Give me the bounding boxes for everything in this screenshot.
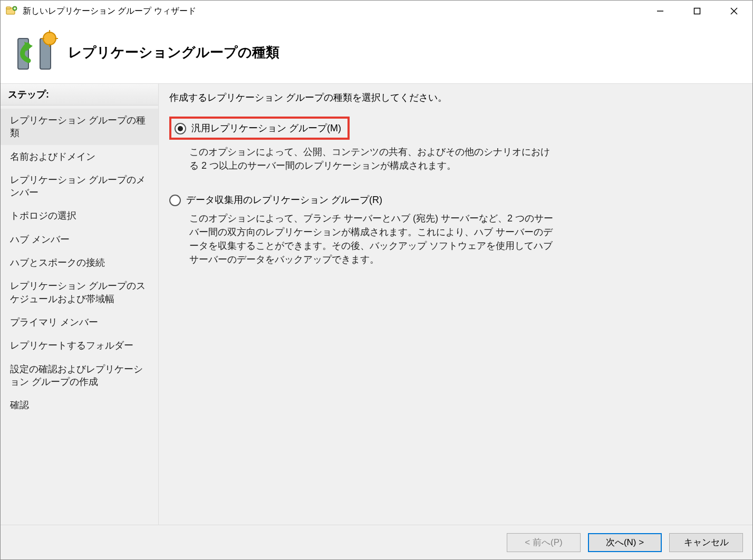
radio-indicator-0[interactable]	[175, 123, 186, 134]
sidebar-step-1[interactable]: 名前およびドメイン	[1, 145, 158, 168]
replication-icon	[10, 27, 60, 78]
sidebar-step-6[interactable]: レプリケーション グループのスケジュールおよび帯域幅	[1, 274, 158, 311]
footer: < 前へ(P) 次へ(N) > キャンセル	[1, 525, 752, 559]
sidebar-step-3[interactable]: トポロジの選択	[1, 204, 158, 227]
svg-rect-4	[694, 8, 700, 14]
sidebar-step-10[interactable]: 確認	[1, 393, 158, 417]
next-button[interactable]: 次へ(N) >	[588, 533, 662, 552]
sidebar-step-5[interactable]: ハブとスポークの接続	[1, 251, 158, 274]
sidebar-step-4[interactable]: ハブ メンバー	[1, 228, 158, 251]
radio-option-1: データ収集用のレプリケーション グループ(R)このオプションによって、ブランチ …	[169, 194, 742, 266]
sidebar: ステップ: レプリケーション グループの種類名前およびドメインレプリケーション …	[1, 84, 159, 525]
cancel-button[interactable]: キャンセル	[669, 533, 743, 552]
radio-highlight-box: 汎用レプリケーション グループ(M)	[169, 117, 350, 140]
radio-row-0[interactable]: 汎用レプリケーション グループ(M)	[169, 117, 742, 140]
window-title: 新しいレプリケーション グループ ウィザード	[23, 6, 642, 17]
radio-row-1[interactable]: データ収集用のレプリケーション グループ(R)	[169, 194, 742, 206]
content-area: 作成するレプリケーション グループの種類を選択してください。 汎用レプリケーショ…	[159, 84, 752, 525]
window-controls	[642, 1, 752, 22]
sidebar-step-0[interactable]: レプリケーション グループの種類	[1, 109, 158, 145]
sidebar-step-7[interactable]: プライマリ メンバー	[1, 311, 158, 334]
close-button[interactable]	[716, 1, 752, 22]
instruction-text: 作成するレプリケーション グループの種類を選択してください。	[169, 91, 742, 104]
page-title: レプリケーショングループの種類	[68, 43, 279, 62]
wizard-window: 新しいレプリケーション グループ ウィザード	[0, 0, 753, 560]
header: レプリケーショングループの種類	[1, 22, 752, 84]
svg-rect-1	[6, 7, 11, 9]
sidebar-step-2[interactable]: レプリケーション グループのメンバー	[1, 168, 158, 205]
radio-label-1: データ収集用のレプリケーション グループ(R)	[186, 194, 382, 206]
titlebar: 新しいレプリケーション グループ ウィザード	[1, 1, 752, 22]
svg-point-10	[43, 32, 56, 45]
back-button: < 前へ(P)	[507, 533, 581, 552]
radio-option-0: 汎用レプリケーション グループ(M)このオプションによって、公開、コンテンツの共…	[169, 117, 742, 172]
sidebar-list: レプリケーション グループの種類名前およびドメインレプリケーション グループのメ…	[1, 105, 158, 420]
minimize-button[interactable]	[642, 1, 679, 22]
sidebar-header: ステップ:	[1, 84, 158, 105]
radio-description-1: このオプションによって、ブランチ サーバーとハブ (宛先) サーバーなど、2 つ…	[189, 211, 553, 266]
sidebar-step-8[interactable]: レプリケートするフォルダー	[1, 334, 158, 357]
body: ステップ: レプリケーション グループの種類名前およびドメインレプリケーション …	[1, 84, 752, 525]
radio-group: 汎用レプリケーション グループ(M)このオプションによって、公開、コンテンツの共…	[169, 117, 742, 288]
radio-label-0: 汎用レプリケーション グループ(M)	[191, 122, 341, 134]
radio-indicator-1[interactable]	[169, 195, 181, 206]
radio-description-0: このオプションによって、公開、コンテンツの共有、およびその他のシナリオにおける …	[189, 145, 553, 172]
sidebar-step-9[interactable]: 設定の確認およびレプリケーション グループの作成	[1, 358, 158, 394]
app-icon	[6, 5, 17, 17]
maximize-button[interactable]	[679, 1, 716, 22]
